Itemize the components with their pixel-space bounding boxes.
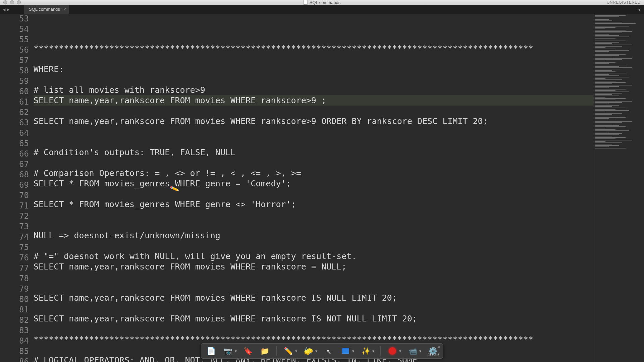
minimap-line	[595, 104, 609, 104]
window-controls	[3, 0, 21, 4]
line-number: 66	[0, 149, 29, 159]
minimap-line	[595, 124, 612, 124]
rectangle-tool-icon[interactable]	[340, 346, 351, 356]
dropdown-icon[interactable]: ▼	[235, 349, 237, 353]
minimap-line	[595, 74, 609, 75]
dropdown-icon[interactable]: ▼	[419, 349, 421, 353]
code-line[interactable]: SELECT * FROM movies_genres WHERE genre …	[34, 199, 594, 209]
app-window: SQL commands UNREGISTERED ◀ ▶ SQL comman…	[0, 0, 644, 362]
tab-context-icon[interactable]: ▼	[638, 7, 641, 12]
minimap-line	[595, 20, 612, 21]
minimap-line	[595, 45, 632, 45]
camera-icon[interactable]: 📷	[223, 346, 233, 356]
line-number-gutter: 5354555657585960616263646566676869707172…	[0, 14, 34, 362]
record-icon[interactable]	[387, 346, 398, 356]
code-line[interactable]: # "=" doesnot work with NULL, will give …	[34, 251, 594, 261]
line-number: 63	[0, 118, 29, 128]
folder-icon[interactable]: 📁	[260, 346, 270, 356]
code-line[interactable]	[34, 241, 594, 251]
code-line[interactable]: SELECT name,year,rankscore FROM movies W…	[34, 261, 594, 272]
code-line[interactable]	[34, 272, 594, 282]
editor[interactable]: 5354555657585960616263646566676869707172…	[0, 14, 644, 362]
nav-forward-button[interactable]: ▶	[7, 7, 9, 12]
nav-arrows: ◀ ▶	[3, 7, 10, 12]
code-line[interactable]: SELECT name,year,rankscore FROM movies W…	[34, 116, 594, 126]
minimap-line	[595, 61, 605, 61]
code-line[interactable]: NULL => doesnot-exist/unknown/missing	[34, 230, 594, 241]
code-content[interactable]: ✏️ *************************************…	[34, 14, 594, 362]
minimap-line	[595, 19, 609, 20]
line-number: 59	[0, 76, 29, 86]
code-line[interactable]	[34, 126, 594, 137]
minimap-line	[595, 58, 632, 59]
code-line[interactable]	[34, 137, 594, 147]
code-line[interactable]: SELECT name,year,rankscore FROM movies W…	[34, 293, 594, 303]
code-line[interactable]	[34, 106, 594, 116]
zoom-window-button[interactable]	[17, 0, 21, 4]
toolbar-close-icon[interactable]: ✕	[438, 345, 440, 349]
line-number: 74	[0, 232, 29, 242]
minimap-line	[595, 16, 619, 17]
code-line[interactable]: # list all movies with rankscore>9	[34, 85, 594, 95]
minimap-line	[595, 57, 612, 57]
code-line[interactable]	[34, 189, 594, 199]
code-line[interactable]: # Comparison Operators: = , <> or != , <…	[34, 168, 594, 178]
code-line[interactable]	[34, 54, 594, 64]
tab-label: SQL commands	[29, 7, 60, 12]
titlebar: SQL commands UNREGISTERED	[0, 0, 644, 5]
minimap-line	[595, 132, 609, 132]
dropdown-icon[interactable]: ▼	[295, 349, 297, 353]
eraser-icon[interactable]: 🧽	[303, 346, 314, 356]
pointer-icon[interactable]: ↖	[323, 346, 334, 356]
tab-close-icon[interactable]: ×	[64, 7, 66, 12]
code-line[interactable]: # Condition's outputs: TRUE, FALSE, NULL	[34, 147, 594, 158]
toolbar-separator	[380, 346, 381, 356]
code-line[interactable]	[34, 74, 594, 85]
pencil-icon[interactable]: ✏️	[283, 346, 294, 356]
code-line[interactable]: ****************************************…	[34, 43, 594, 54]
stamp-icon[interactable]: 🔖	[243, 346, 254, 356]
minimap-line	[595, 62, 615, 63]
minimap-line	[595, 142, 622, 143]
dropdown-icon[interactable]: ▼	[352, 349, 354, 353]
minimap-line	[595, 110, 629, 111]
dropdown-icon[interactable]: ▼	[372, 349, 374, 353]
code-line[interactable]	[34, 33, 594, 43]
unregistered-badge: UNREGISTERED	[607, 0, 641, 5]
clear-icon[interactable]: ✨	[360, 346, 371, 356]
code-line[interactable]	[34, 220, 594, 230]
line-number: 80	[0, 294, 29, 305]
frame-counter: 29 / 29	[426, 352, 439, 357]
line-number: 54	[0, 24, 29, 35]
code-line[interactable]: WHERE:	[34, 64, 594, 74]
code-line[interactable]	[34, 158, 594, 168]
minimap-line	[595, 38, 615, 39]
minimap[interactable]	[594, 14, 644, 362]
minimap-line	[595, 133, 622, 134]
code-line[interactable]: SELECT * FROM movies_genres WHERE genre …	[34, 178, 594, 189]
dropdown-icon[interactable]: ▼	[315, 349, 317, 353]
nav-back-button[interactable]: ◀	[3, 7, 5, 12]
code-line[interactable]: SELECT name,year,rankscore FROM movies W…	[34, 313, 594, 324]
minimap-line	[595, 43, 612, 44]
code-line[interactable]	[34, 282, 594, 293]
annotation-toolbar[interactable]: — ✕ 📄 📷▼ 🔖 📁 ✏️▼ 🧽▼ ↖ ▼ ✨▼ ▼ 📹▼ ⚙️ 29 / …	[201, 343, 443, 359]
code-line[interactable]	[34, 209, 594, 220]
minimize-window-button[interactable]	[10, 0, 14, 4]
minimap-line	[595, 26, 629, 26]
line-number: 76	[0, 253, 29, 263]
minimap-line	[595, 96, 619, 96]
new-note-icon[interactable]: 📄	[206, 346, 217, 356]
tab-sql-commands[interactable]: SQL commands ×	[24, 5, 69, 14]
minimap-line	[595, 28, 605, 29]
code-line[interactable]	[34, 324, 594, 334]
close-window-button[interactable]	[3, 0, 7, 4]
minimap-line	[595, 100, 615, 100]
code-line[interactable]	[34, 303, 594, 313]
minimap-line	[595, 102, 622, 103]
webcam-icon[interactable]: 📹	[407, 346, 418, 356]
minimap-line	[595, 50, 629, 51]
code-line[interactable]: SELECT name,year,rankscore FROM movies W…	[34, 95, 594, 106]
dropdown-icon[interactable]: ▼	[399, 349, 401, 353]
minimap-line	[595, 92, 629, 92]
